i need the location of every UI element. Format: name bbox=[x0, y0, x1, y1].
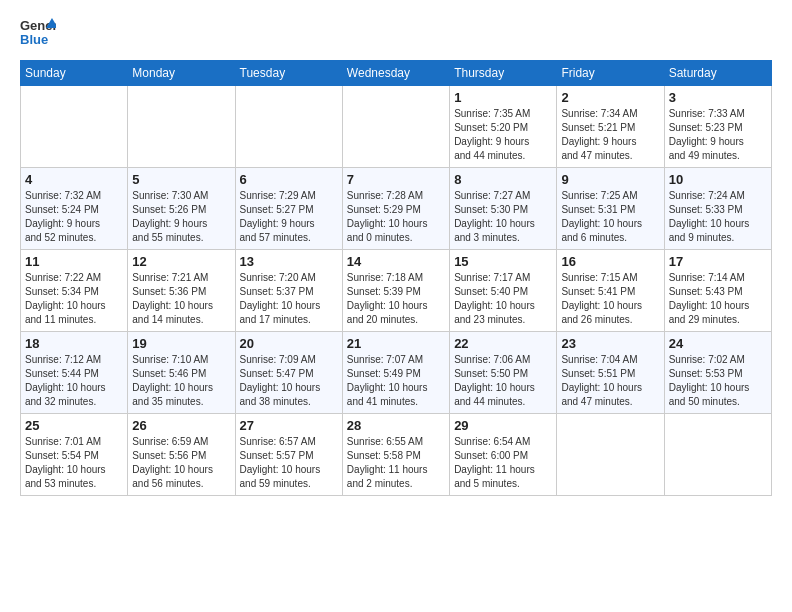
day-info: Sunrise: 7:14 AMSunset: 5:43 PMDaylight:… bbox=[669, 271, 767, 327]
day-number: 10 bbox=[669, 172, 767, 187]
day-info: Sunrise: 7:24 AMSunset: 5:33 PMDaylight:… bbox=[669, 189, 767, 245]
day-number: 2 bbox=[561, 90, 659, 105]
calendar-cell: 25Sunrise: 7:01 AMSunset: 5:54 PMDayligh… bbox=[21, 414, 128, 496]
day-info: Sunrise: 7:25 AMSunset: 5:31 PMDaylight:… bbox=[561, 189, 659, 245]
day-number: 1 bbox=[454, 90, 552, 105]
day-info: Sunrise: 7:04 AMSunset: 5:51 PMDaylight:… bbox=[561, 353, 659, 409]
day-info: Sunrise: 7:12 AMSunset: 5:44 PMDaylight:… bbox=[25, 353, 123, 409]
weekday-header-friday: Friday bbox=[557, 61, 664, 86]
day-number: 20 bbox=[240, 336, 338, 351]
day-info: Sunrise: 7:33 AMSunset: 5:23 PMDaylight:… bbox=[669, 107, 767, 163]
day-number: 29 bbox=[454, 418, 552, 433]
day-info: Sunrise: 6:54 AMSunset: 6:00 PMDaylight:… bbox=[454, 435, 552, 491]
calendar-cell bbox=[128, 86, 235, 168]
calendar-week-row: 4Sunrise: 7:32 AMSunset: 5:24 PMDaylight… bbox=[21, 168, 772, 250]
day-number: 21 bbox=[347, 336, 445, 351]
day-info: Sunrise: 7:15 AMSunset: 5:41 PMDaylight:… bbox=[561, 271, 659, 327]
calendar-cell: 26Sunrise: 6:59 AMSunset: 5:56 PMDayligh… bbox=[128, 414, 235, 496]
calendar-cell: 14Sunrise: 7:18 AMSunset: 5:39 PMDayligh… bbox=[342, 250, 449, 332]
day-number: 23 bbox=[561, 336, 659, 351]
day-info: Sunrise: 7:22 AMSunset: 5:34 PMDaylight:… bbox=[25, 271, 123, 327]
calendar-cell: 27Sunrise: 6:57 AMSunset: 5:57 PMDayligh… bbox=[235, 414, 342, 496]
svg-text:Blue: Blue bbox=[20, 32, 48, 47]
weekday-header-wednesday: Wednesday bbox=[342, 61, 449, 86]
weekday-header-thursday: Thursday bbox=[450, 61, 557, 86]
day-info: Sunrise: 7:28 AMSunset: 5:29 PMDaylight:… bbox=[347, 189, 445, 245]
calendar-cell: 24Sunrise: 7:02 AMSunset: 5:53 PMDayligh… bbox=[664, 332, 771, 414]
calendar-week-row: 25Sunrise: 7:01 AMSunset: 5:54 PMDayligh… bbox=[21, 414, 772, 496]
day-info: Sunrise: 7:09 AMSunset: 5:47 PMDaylight:… bbox=[240, 353, 338, 409]
calendar-cell: 17Sunrise: 7:14 AMSunset: 5:43 PMDayligh… bbox=[664, 250, 771, 332]
calendar-cell bbox=[664, 414, 771, 496]
day-number: 28 bbox=[347, 418, 445, 433]
calendar-table: SundayMondayTuesdayWednesdayThursdayFrid… bbox=[20, 60, 772, 496]
weekday-header-tuesday: Tuesday bbox=[235, 61, 342, 86]
calendar-cell: 29Sunrise: 6:54 AMSunset: 6:00 PMDayligh… bbox=[450, 414, 557, 496]
day-number: 14 bbox=[347, 254, 445, 269]
day-number: 8 bbox=[454, 172, 552, 187]
weekday-header-saturday: Saturday bbox=[664, 61, 771, 86]
day-info: Sunrise: 7:10 AMSunset: 5:46 PMDaylight:… bbox=[132, 353, 230, 409]
day-info: Sunrise: 7:17 AMSunset: 5:40 PMDaylight:… bbox=[454, 271, 552, 327]
calendar-cell: 1Sunrise: 7:35 AMSunset: 5:20 PMDaylight… bbox=[450, 86, 557, 168]
day-info: Sunrise: 7:29 AMSunset: 5:27 PMDaylight:… bbox=[240, 189, 338, 245]
day-info: Sunrise: 7:27 AMSunset: 5:30 PMDaylight:… bbox=[454, 189, 552, 245]
calendar-cell: 21Sunrise: 7:07 AMSunset: 5:49 PMDayligh… bbox=[342, 332, 449, 414]
calendar-week-row: 1Sunrise: 7:35 AMSunset: 5:20 PMDaylight… bbox=[21, 86, 772, 168]
day-info: Sunrise: 7:20 AMSunset: 5:37 PMDaylight:… bbox=[240, 271, 338, 327]
day-number: 15 bbox=[454, 254, 552, 269]
calendar-cell: 11Sunrise: 7:22 AMSunset: 5:34 PMDayligh… bbox=[21, 250, 128, 332]
calendar-cell: 18Sunrise: 7:12 AMSunset: 5:44 PMDayligh… bbox=[21, 332, 128, 414]
calendar-cell: 6Sunrise: 7:29 AMSunset: 5:27 PMDaylight… bbox=[235, 168, 342, 250]
day-info: Sunrise: 7:34 AMSunset: 5:21 PMDaylight:… bbox=[561, 107, 659, 163]
day-number: 26 bbox=[132, 418, 230, 433]
day-info: Sunrise: 7:35 AMSunset: 5:20 PMDaylight:… bbox=[454, 107, 552, 163]
day-info: Sunrise: 7:21 AMSunset: 5:36 PMDaylight:… bbox=[132, 271, 230, 327]
calendar-cell bbox=[557, 414, 664, 496]
day-info: Sunrise: 7:06 AMSunset: 5:50 PMDaylight:… bbox=[454, 353, 552, 409]
day-number: 27 bbox=[240, 418, 338, 433]
weekday-header-monday: Monday bbox=[128, 61, 235, 86]
day-info: Sunrise: 6:59 AMSunset: 5:56 PMDaylight:… bbox=[132, 435, 230, 491]
day-info: Sunrise: 7:30 AMSunset: 5:26 PMDaylight:… bbox=[132, 189, 230, 245]
calendar-cell: 10Sunrise: 7:24 AMSunset: 5:33 PMDayligh… bbox=[664, 168, 771, 250]
calendar-cell: 23Sunrise: 7:04 AMSunset: 5:51 PMDayligh… bbox=[557, 332, 664, 414]
calendar-cell: 8Sunrise: 7:27 AMSunset: 5:30 PMDaylight… bbox=[450, 168, 557, 250]
calendar-cell bbox=[342, 86, 449, 168]
day-number: 4 bbox=[25, 172, 123, 187]
day-info: Sunrise: 7:07 AMSunset: 5:49 PMDaylight:… bbox=[347, 353, 445, 409]
day-number: 7 bbox=[347, 172, 445, 187]
calendar-cell: 2Sunrise: 7:34 AMSunset: 5:21 PMDaylight… bbox=[557, 86, 664, 168]
day-number: 6 bbox=[240, 172, 338, 187]
day-number: 11 bbox=[25, 254, 123, 269]
calendar-cell: 16Sunrise: 7:15 AMSunset: 5:41 PMDayligh… bbox=[557, 250, 664, 332]
day-number: 13 bbox=[240, 254, 338, 269]
day-info: Sunrise: 7:18 AMSunset: 5:39 PMDaylight:… bbox=[347, 271, 445, 327]
calendar-week-row: 11Sunrise: 7:22 AMSunset: 5:34 PMDayligh… bbox=[21, 250, 772, 332]
day-number: 22 bbox=[454, 336, 552, 351]
day-number: 5 bbox=[132, 172, 230, 187]
day-number: 16 bbox=[561, 254, 659, 269]
day-info: Sunrise: 7:02 AMSunset: 5:53 PMDaylight:… bbox=[669, 353, 767, 409]
calendar-cell: 19Sunrise: 7:10 AMSunset: 5:46 PMDayligh… bbox=[128, 332, 235, 414]
day-number: 25 bbox=[25, 418, 123, 433]
calendar-cell: 28Sunrise: 6:55 AMSunset: 5:58 PMDayligh… bbox=[342, 414, 449, 496]
calendar-cell: 4Sunrise: 7:32 AMSunset: 5:24 PMDaylight… bbox=[21, 168, 128, 250]
calendar-cell: 22Sunrise: 7:06 AMSunset: 5:50 PMDayligh… bbox=[450, 332, 557, 414]
calendar-cell: 15Sunrise: 7:17 AMSunset: 5:40 PMDayligh… bbox=[450, 250, 557, 332]
day-number: 17 bbox=[669, 254, 767, 269]
calendar-cell: 7Sunrise: 7:28 AMSunset: 5:29 PMDaylight… bbox=[342, 168, 449, 250]
day-number: 3 bbox=[669, 90, 767, 105]
day-number: 18 bbox=[25, 336, 123, 351]
calendar-week-row: 18Sunrise: 7:12 AMSunset: 5:44 PMDayligh… bbox=[21, 332, 772, 414]
calendar-cell bbox=[21, 86, 128, 168]
calendar-cell: 3Sunrise: 7:33 AMSunset: 5:23 PMDaylight… bbox=[664, 86, 771, 168]
day-number: 9 bbox=[561, 172, 659, 187]
day-number: 24 bbox=[669, 336, 767, 351]
logo: General Blue bbox=[20, 16, 56, 48]
calendar-cell: 12Sunrise: 7:21 AMSunset: 5:36 PMDayligh… bbox=[128, 250, 235, 332]
calendar-cell: 20Sunrise: 7:09 AMSunset: 5:47 PMDayligh… bbox=[235, 332, 342, 414]
header: General Blue bbox=[20, 16, 772, 48]
calendar-cell: 9Sunrise: 7:25 AMSunset: 5:31 PMDaylight… bbox=[557, 168, 664, 250]
calendar-cell bbox=[235, 86, 342, 168]
